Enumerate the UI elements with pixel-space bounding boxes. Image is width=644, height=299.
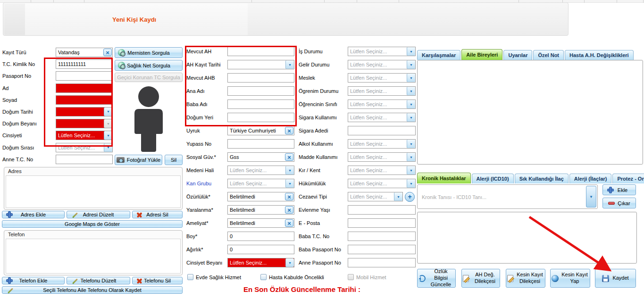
add-phone-button[interactable]: Telefon Ekle bbox=[2, 277, 65, 284]
input-soyad[interactable] bbox=[56, 96, 113, 104]
input-t-c-kimlik-no[interactable] bbox=[56, 60, 113, 68]
chevron-down-icon[interactable]: ▼ bbox=[285, 60, 294, 69]
clear-icon[interactable]: × bbox=[285, 193, 293, 200]
input-baba-t-c-no[interactable] bbox=[348, 232, 416, 241]
diagnosis-list[interactable] bbox=[417, 212, 637, 264]
add-address-button[interactable]: Adres Ekle bbox=[2, 211, 65, 218]
chevron-down-icon[interactable]: ▼ bbox=[285, 179, 294, 188]
chevron-down-icon[interactable]: ▼ bbox=[407, 140, 415, 148]
tab-sik-kullandigi-ilac[interactable]: Sık Kullandığı İlaç bbox=[515, 174, 569, 183]
upload-photo-button[interactable]: Fotoğraf Yükle bbox=[115, 155, 162, 165]
checkbox-hasta-kabulde-oncelikli[interactable]: Hasta Kabulde Öncelikli bbox=[260, 274, 324, 281]
field-ameliyat[interactable]: Belirtilmedi× bbox=[227, 218, 294, 228]
tab-alerji-icd10[interactable]: Alerji (ICD10) bbox=[472, 174, 514, 183]
saglik-net-sorgula-button[interactable]: Sağlık Net Sorgula bbox=[115, 60, 183, 71]
chevron-down-icon[interactable]: ▼ bbox=[285, 166, 294, 174]
field-baba-pasaport-no[interactable] bbox=[348, 245, 416, 254]
kesin-kayit-yap-button[interactable]: Kesin Kayıt Yap bbox=[550, 269, 590, 288]
field-kan-grubu[interactable]: Lütfen Seçiniz...▼ bbox=[227, 179, 294, 188]
chevron-down-icon[interactable]: ▼ bbox=[104, 143, 112, 152]
field-meslek[interactable]: Lütfen Seçiniz...▼ bbox=[348, 73, 416, 83]
clear-icon[interactable]: × bbox=[285, 127, 293, 134]
field-dogum-yeri[interactable] bbox=[227, 113, 294, 122]
chevron-down-icon[interactable]: ▼ bbox=[407, 47, 415, 56]
family-members-list[interactable] bbox=[417, 60, 643, 165]
input-dogum-yeri[interactable] bbox=[228, 113, 294, 122]
chevron-down-icon[interactable]: ▼ bbox=[586, 186, 596, 208]
tab-uyarilar[interactable]: Uyarılar bbox=[503, 50, 532, 60]
field-kayit-turu[interactable]: Vatandaş× bbox=[56, 48, 113, 57]
tab-ozel-not[interactable]: Özel Not bbox=[533, 50, 564, 60]
field-cinsiyet-beyani[interactable]: Lütfen Seçiniz...▼ bbox=[227, 258, 294, 267]
delete-photo-button[interactable]: Sil bbox=[165, 155, 183, 165]
field-dogum-beyani[interactable]: ▼ bbox=[56, 119, 113, 128]
field-alkol-kullanimi[interactable]: Lütfen Seçiniz...▼ bbox=[348, 139, 416, 149]
address-list[interactable] bbox=[6, 175, 181, 208]
field-sosyal-guv[interactable]: Gss× bbox=[227, 152, 294, 162]
delete-address-button[interactable]: Adresi Sil bbox=[132, 211, 183, 218]
field-kir-kent[interactable]: Lütfen Seçiniz...▼ bbox=[348, 166, 416, 175]
header-left-segment[interactable] bbox=[4, 4, 25, 35]
remove-diagnosis-button[interactable]: Çıkar bbox=[602, 198, 636, 208]
chevron-down-icon[interactable]: ▼ bbox=[394, 192, 402, 201]
field-ozurluluk[interactable]: Belirtilmedi× bbox=[227, 192, 294, 201]
chevron-down-icon[interactable]: ▼ bbox=[407, 60, 415, 69]
field-boy[interactable] bbox=[227, 232, 294, 241]
input-boy[interactable] bbox=[228, 232, 294, 241]
clear-icon[interactable]: × bbox=[285, 219, 293, 227]
tab-kronik-hastaliklar[interactable]: Kronik Hastalıklar bbox=[417, 173, 471, 183]
field-yaralanma[interactable]: Belirtilmedi× bbox=[227, 205, 294, 215]
chevron-down-icon[interactable]: ▼ bbox=[104, 131, 112, 140]
field-anne-t-c-no[interactable] bbox=[56, 155, 113, 164]
chevron-down-icon[interactable]: ▼ bbox=[407, 166, 415, 174]
input-mevcut-ahb[interactable] bbox=[228, 74, 294, 82]
field-sigara-kullanimi[interactable]: Lütfen Seçiniz...▼ bbox=[348, 113, 416, 122]
kesin-kayit-dilekcesi-button[interactable]: Kesin Kayıt Dilekçesi bbox=[506, 269, 545, 288]
chevron-down-icon[interactable]: ▼ bbox=[104, 108, 112, 116]
clear-icon[interactable]: × bbox=[103, 49, 112, 56]
clear-icon[interactable]: × bbox=[285, 206, 293, 214]
field-e-posta[interactable] bbox=[348, 218, 416, 228]
input-sigara-adedi[interactable] bbox=[348, 126, 416, 135]
checkbox-box[interactable] bbox=[260, 274, 267, 280]
field-gelir-durumu[interactable]: Lütfen Seçiniz...▼ bbox=[348, 60, 416, 69]
save-family-phone-button[interactable]: Seçili Telefonu Aile Telefonu Olarak Kay… bbox=[2, 286, 183, 294]
field-t-c-kimlik-no[interactable] bbox=[56, 59, 113, 69]
ozluk-bilgisi-guncelle-button[interactable]: Özlük Bilgisi Güncelle bbox=[417, 269, 456, 288]
field-anne-pasaport-no[interactable] bbox=[348, 258, 416, 267]
chevron-down-icon[interactable]: ▼ bbox=[407, 100, 415, 108]
input-e-posta[interactable] bbox=[348, 219, 416, 227]
delete-phone-button[interactable]: Telefonu Sil bbox=[132, 277, 183, 284]
input-ad[interactable] bbox=[56, 84, 113, 92]
mernisten-sorgula-button[interactable]: Mernisten Sorgula bbox=[115, 47, 183, 58]
field-uyruk[interactable]: Türkiye Cumhuriyeti× bbox=[227, 126, 294, 135]
field-madde-kullanimi[interactable]: Lütfen Seçiniz...▼ bbox=[348, 152, 416, 162]
google-maps-button[interactable]: Google Maps de Göster bbox=[2, 220, 183, 228]
input-anne-t-c-no[interactable] bbox=[56, 155, 113, 164]
chevron-down-icon[interactable]: ▼ bbox=[407, 74, 415, 82]
field-cinsiyeti[interactable]: Lütfen Seçiniz...▼ bbox=[56, 131, 113, 140]
add-icon[interactable]: + bbox=[405, 192, 415, 202]
edit-address-button[interactable]: Adresi Düzelt bbox=[67, 211, 130, 218]
field-agirlik[interactable] bbox=[227, 245, 294, 254]
field-dogum-tarihi[interactable]: ▼ bbox=[56, 107, 113, 116]
input-baba-adi[interactable] bbox=[228, 100, 294, 108]
tab-aile-bireyleri[interactable]: Aile Bireyleri bbox=[461, 49, 502, 60]
input-pasaport-no[interactable] bbox=[56, 72, 113, 80]
field-mevcut-ahb[interactable] bbox=[227, 73, 294, 83]
chevron-down-icon[interactable]: ▼ bbox=[407, 87, 415, 95]
field-ana-adi[interactable] bbox=[227, 86, 294, 96]
field-soyad[interactable] bbox=[56, 95, 113, 105]
checkbox-evde-saglik-hizmet[interactable]: Evde Sağlık Hizmet bbox=[187, 274, 241, 281]
field-is-durumu[interactable]: Lütfen Seçiniz...▼ bbox=[348, 47, 416, 56]
chevron-down-icon[interactable]: ▼ bbox=[407, 113, 415, 122]
field-sigara-adedi[interactable] bbox=[348, 126, 416, 135]
tab-alerji-ilaclar[interactable]: Alerji (İlaçlar) bbox=[569, 174, 612, 183]
field-baba-adi[interactable] bbox=[227, 100, 294, 109]
field-yupass-no[interactable] bbox=[227, 139, 294, 149]
input-baba-pasaport-no[interactable] bbox=[348, 245, 416, 254]
chronic-diagnosis-combo[interactable]: Kronik Tanısı - ICD10 Tanı... ▼ bbox=[417, 184, 598, 209]
field-hukumluluk[interactable]: Lütfen Seçiniz...▼ bbox=[348, 179, 416, 188]
ah-deg-dilekcesi-button[interactable]: AH Değ. Dilekçesi bbox=[461, 269, 500, 288]
field-medeni-hali[interactable]: Lütfen Seçiniz...▼ bbox=[227, 166, 294, 175]
